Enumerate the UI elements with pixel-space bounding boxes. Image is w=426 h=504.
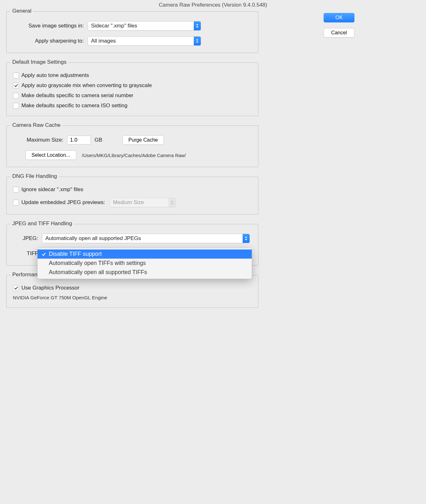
- checkbox-default-3[interactable]: [13, 103, 19, 109]
- checkbox-default-0[interactable]: [13, 73, 19, 79]
- label-jpeg: JPEG:: [13, 235, 38, 242]
- checkbox-label: Make defaults specific to camera serial …: [21, 92, 133, 99]
- checkbox-label: Apply auto grayscale mix when converting…: [21, 82, 152, 89]
- cache-path: /Users/MKG/Library/Caches/Adobe Camera R…: [80, 153, 186, 158]
- tiff-option-label: Automatically open TIFFs with settings: [49, 260, 146, 267]
- stepper-icon: [194, 21, 201, 30]
- window-title: Camera Raw Preferences (Version 9.4.0.54…: [0, 0, 426, 11]
- group-jpeg-tiff: JPEG and TIFF Handling JPEG: Automatical…: [6, 224, 258, 266]
- checkbox-row: Make defaults specific to camera serial …: [13, 92, 252, 99]
- label-save-settings: Save image settings in:: [13, 23, 84, 29]
- label-gb: GB: [95, 137, 102, 143]
- select-sharpening[interactable]: All images: [88, 36, 201, 46]
- checkbox-ignore-xmp[interactable]: [13, 187, 19, 193]
- label-ignore-xmp: Ignore sidecar ".xmp" files: [21, 186, 83, 193]
- stepper-icon: [169, 198, 176, 207]
- checkbox-gpu[interactable]: [13, 285, 19, 291]
- cancel-button[interactable]: Cancel: [324, 28, 354, 38]
- checkbox-row: Apply auto tone adjustments: [13, 72, 252, 79]
- group-performance: Performance Use Graphics Processor NVIDI…: [6, 275, 258, 308]
- checkbox-default-2[interactable]: [13, 93, 19, 99]
- checkbox-label: Apply auto tone adjustments: [21, 72, 89, 79]
- label-sharpening: Apply sharpening to:: [13, 38, 84, 44]
- input-max-size[interactable]: [67, 136, 91, 144]
- svg-marker-2: [196, 39, 199, 40]
- select-jpeg[interactable]: Automatically open all supported JPEGs: [42, 234, 250, 243]
- select-save-settings-value: Sidecar ".xmp" files: [88, 23, 194, 29]
- group-general: General Save image settings in: Sidecar …: [6, 11, 258, 53]
- select-preview-size: Medium Size: [110, 198, 176, 207]
- label-update-previews: Update embedded JPEG previews:: [21, 199, 105, 206]
- select-preview-value: Medium Size: [110, 199, 169, 206]
- group-cache: Camera Raw Cache Maximum Size: GB Purge …: [6, 126, 258, 167]
- gpu-name: NVIDIA GeForce GT 750M OpenGL Engine: [13, 295, 252, 301]
- check-icon: [41, 252, 46, 256]
- legend-defaults: Default Image Settings: [10, 59, 68, 65]
- svg-marker-1: [196, 26, 199, 28]
- ok-button[interactable]: OK: [324, 13, 354, 22]
- group-dng: DNG File Handling Ignore sidecar ".xmp" …: [6, 177, 258, 214]
- checkbox-update-previews[interactable]: [13, 200, 19, 206]
- group-default-image-settings: Default Image Settings Apply auto tone a…: [6, 62, 258, 116]
- svg-marker-4: [171, 201, 173, 202]
- checkbox-row: Apply auto grayscale mix when converting…: [13, 82, 252, 89]
- checkbox-label: Make defaults specific to camera ISO set…: [21, 103, 127, 109]
- label-gpu: Use Graphics Processor: [21, 285, 79, 291]
- checkbox-row: Make defaults specific to camera ISO set…: [13, 103, 252, 109]
- tiff-option-1[interactable]: Automatically open TIFFs with settings: [37, 259, 252, 268]
- legend-dng: DNG File Handling: [10, 173, 59, 179]
- svg-marker-3: [196, 42, 199, 43]
- legend-cache: Camera Raw Cache: [10, 122, 62, 128]
- tiff-dropdown[interactable]: Disable TIFF supportAutomatically open T…: [37, 248, 252, 279]
- tiff-option-2[interactable]: Automatically open all supported TIFFs: [37, 268, 252, 277]
- select-jpeg-value: Automatically open all supported JPEGs: [42, 235, 243, 242]
- svg-marker-0: [196, 24, 199, 25]
- select-sharpening-value: All images: [88, 38, 194, 44]
- select-location-button[interactable]: Select Location...: [26, 150, 76, 160]
- purge-cache-button[interactable]: Purge Cache: [123, 135, 164, 145]
- svg-marker-5: [171, 203, 173, 204]
- svg-marker-6: [245, 237, 247, 238]
- stepper-icon: [243, 234, 250, 243]
- label-tiff: TIFF: [13, 250, 38, 257]
- label-max-size: Maximum Size:: [13, 137, 63, 143]
- tiff-option-label: Disable TIFF support: [49, 251, 102, 257]
- tiff-option-label: Automatically open all supported TIFFs: [49, 269, 147, 276]
- legend-jpegtiff: JPEG and TIFF Handling: [10, 220, 74, 227]
- svg-marker-7: [245, 239, 247, 240]
- select-save-settings[interactable]: Sidecar ".xmp" files: [88, 21, 201, 31]
- legend-general: General: [10, 8, 33, 14]
- stepper-icon: [194, 37, 201, 45]
- tiff-option-0[interactable]: Disable TIFF support: [37, 249, 252, 259]
- checkbox-default-1[interactable]: [13, 83, 19, 89]
